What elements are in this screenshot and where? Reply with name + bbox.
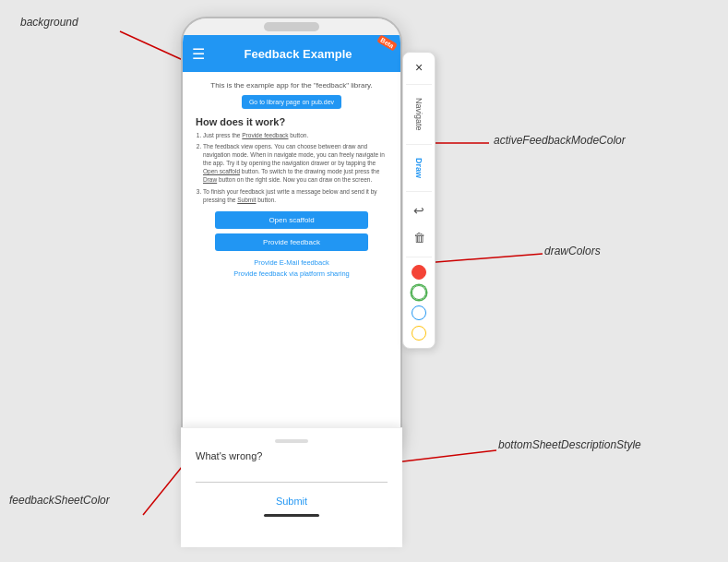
phone-frame: ☰ Feedback Example Beta This is the exam… (181, 17, 402, 460)
divider-4 (406, 257, 431, 257)
close-icon[interactable]: × (415, 60, 423, 75)
navigate-tab[interactable]: Navigate (412, 92, 425, 137)
undo-icon: ↩ (413, 203, 424, 218)
menu-icon[interactable]: ☰ (192, 45, 205, 63)
feedback-sheet-color-label: feedbackSheetColor (9, 494, 110, 507)
app-description: This is the example app for the "feedbac… (196, 81, 388, 90)
divider-2 (406, 144, 431, 145)
bottom-sheet-description-style-label: bottomSheetDescriptionStyle (498, 438, 641, 451)
trash-button[interactable]: 🗑 (408, 227, 430, 249)
app-bar-title: Feedback Example (205, 47, 391, 61)
draw-colors-label: drawColors (544, 245, 601, 257)
app-bar: ☰ Feedback Example Beta (183, 35, 400, 72)
instruction-2: The feedback view opens. You can choose … (203, 142, 388, 184)
status-bar-notch (264, 22, 319, 31)
side-panel: × Navigate Draw ↩ 🗑 (402, 52, 436, 349)
instruction-1: Just press the Provide feedback button. (203, 131, 388, 139)
color-green[interactable] (412, 285, 426, 300)
color-blue[interactable] (412, 305, 426, 320)
provide-feedback-button[interactable]: Provide feedback (215, 233, 368, 251)
open-scaffold-button[interactable]: Open scaffold (215, 211, 368, 229)
divider-3 (406, 191, 431, 192)
pub-dev-button[interactable]: Go to library page on pub.dev (242, 95, 341, 109)
divider-1 (406, 84, 431, 85)
submit-button[interactable]: Submit (196, 492, 388, 510)
bottom-bar (264, 514, 319, 517)
background-label: background (20, 16, 78, 29)
undo-button[interactable]: ↩ (408, 199, 430, 221)
sharing-feedback-link[interactable]: Provide feedback via platform sharing (196, 269, 388, 278)
instruction-3: To finish your feedback just write a mes… (203, 187, 388, 204)
feedback-input[interactable] (196, 467, 388, 483)
status-bar (183, 18, 400, 35)
draw-tab[interactable]: Draw (412, 152, 425, 184)
svg-line-2 (424, 254, 543, 263)
color-yellow[interactable] (412, 326, 426, 341)
app-screen: ☰ Feedback Example Beta This is the exam… (183, 35, 400, 458)
email-feedback-link[interactable]: Provide E-Mail feedback (196, 258, 388, 267)
instructions-list: Just press the Provide feedback button. … (196, 131, 388, 204)
active-feedback-mode-color-label: activeFeedbackModeColor (494, 134, 626, 147)
bottom-sheet-handle (275, 439, 308, 443)
color-red[interactable] (412, 265, 426, 280)
bottom-sheet-label: What's wrong? (196, 450, 388, 461)
trash-icon: 🗑 (413, 231, 425, 245)
section-title: How does it work? (196, 116, 388, 127)
bottom-sheet: What's wrong? Submit (181, 427, 402, 547)
app-content: This is the example app for the "feedbac… (183, 72, 400, 458)
